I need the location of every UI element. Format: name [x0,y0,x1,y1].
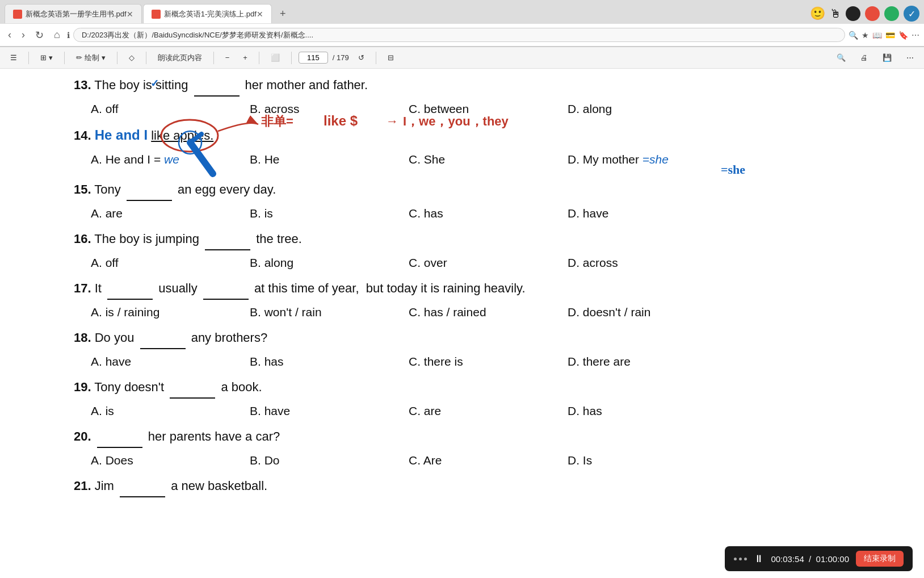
q21-text: 21. Jim a new basketball. [74,475,856,497]
q14-optC: C. She [409,149,568,170]
q19-num: 19. [74,380,91,394]
address-input[interactable] [73,28,845,42]
pdf-icon-1 [13,10,22,19]
q21-num: 21. [74,479,91,493]
sep6 [259,52,259,64]
reader-icon[interactable]: 📖 [872,31,882,40]
q13-blank [194,74,240,97]
tab-2[interactable]: 新概念英语1-完美演练上.pdf ✕ [143,4,272,23]
sep5 [213,52,214,64]
rec-dot-1 [734,558,737,560]
q13-options: A. off B. across C. between D. along [74,99,856,119]
q13-num: 13. [74,78,91,92]
rec-dots [734,558,747,560]
q20-text: 20. her parents have a car? [74,426,856,448]
color-green-btn[interactable] [884,6,899,21]
q15-optC: C. has [409,203,568,224]
page-input[interactable] [299,52,328,64]
back-button[interactable]: ‹ [5,28,15,42]
new-tab-button[interactable]: + [273,5,293,23]
tab-1-close[interactable]: ✕ [127,10,133,19]
q18-blank [140,327,186,349]
q16-optB: B. along [250,253,409,273]
q18-options: A. have B. has C. there is D. there are [74,351,856,372]
fullscreen-btn[interactable]: ⬜ [266,52,284,64]
pause-button[interactable]: ⏸ [754,553,764,565]
save-btn[interactable]: 💾 [878,52,896,64]
q14-num: 14. [74,128,91,143]
wallet-icon[interactable]: 💳 [885,31,895,40]
tab-2-label: 新概念英语1-完美演练上.pdf [164,9,257,19]
q20-num: 20. [74,429,91,443]
question-15: 15. Tony an egg every day. A. are B. is … [74,179,856,224]
q15-num: 15. [74,182,91,196]
q14-blue-text: He and I [95,127,148,143]
emoji-icon[interactable]: 🙂 [810,6,825,21]
q19-optA: A. is [91,401,250,421]
question-16: 16. The boy is jumping the tree. A. off … [74,228,856,273]
q15-text: 15. Tony an egg every day. [74,179,856,201]
adjust-button[interactable]: ⊞ ▾ [36,52,57,64]
zoom-icon[interactable]: 🔍 [849,31,858,40]
browser-right-icons: 🙂 🖱 ✓ [810,6,919,22]
question-17: 17. It usually at this time of year, but… [74,278,856,322]
tab-1-label: 新概念英语第一册学生用书.pdf [26,9,127,19]
search-btn[interactable]: 🔍 [832,52,850,64]
settings-icon[interactable]: ⋯ [912,31,919,40]
tab-2-close[interactable]: ✕ [257,10,263,19]
q18-num: 18. [74,330,91,345]
star-icon[interactable]: ★ [862,31,869,40]
more-btn[interactable]: ⋯ [902,52,918,64]
q17-optB: B. won't / rain [250,302,409,322]
recording-bar: ⏸ 00:03:54 / 01:00:00 结束录制 [725,546,913,571]
sep1 [28,52,29,64]
q19-optB: B. have [250,401,409,421]
rec-dot-3 [744,558,747,560]
color-red-btn[interactable] [865,6,880,21]
question-18: 18. Do you any brothers? A. have B. has … [74,327,856,372]
refresh-button[interactable]: ↻ [32,28,47,43]
question-13: 13. The boy is sitting her mother and fa… [74,74,856,119]
q20-optB: B. Do [250,450,409,471]
end-recording-button[interactable]: 结束录制 [856,551,904,567]
q15-optB: B. is [250,203,409,224]
q16-text: 16. The boy is jumping the tree. [74,228,856,250]
q21-blank [120,475,165,497]
layout-btn[interactable]: ⊟ [383,52,398,64]
q14-optB: B. He [250,149,409,170]
q14-underline: like apples. [151,128,213,143]
q18-text: 18. Do you any brothers? [74,327,856,349]
read-button[interactable]: 朗读此页内容 [153,51,207,65]
print-btn[interactable]: 🖨 [856,52,872,64]
zoom-out-btn[interactable]: − [221,52,234,64]
rec-dot-2 [739,558,742,560]
question-19: 19. Tony doesn't a book. A. is B. have C… [74,376,856,421]
sep8 [376,52,376,64]
q13-optC: C. between [409,99,568,119]
pdf-toolbar: ☰ ⊞ ▾ ✏ 绘制 ▾ ◇ 朗读此页内容 − + ⬜ / 179 ↺ ⊟ 🔍 … [0,47,924,69]
eraser-button[interactable]: ◇ [124,52,139,64]
q17-text: 17. It usually at this time of year, but… [74,278,856,300]
home-button[interactable]: ⌂ [51,28,64,42]
menu-button[interactable]: ☰ [6,52,22,64]
tab-1[interactable]: 新概念英语第一册学生用书.pdf ✕ [5,4,142,23]
q15-options: A. are B. is C. has D. have [74,203,856,224]
q15-optD: D. have [568,203,726,224]
recording-time: 00:03:54 / 01:00:00 [771,554,849,564]
address-bar: ‹ › ↻ ⌂ ℹ 🔍 ★ 📖 💳 🔖 ⋯ [0,24,924,47]
q16-optA: A. off [91,253,250,273]
q13-optA: A. off [91,99,250,119]
q19-blank [170,376,215,399]
q13-text: 13. The boy is sitting her mother and fa… [74,74,856,97]
color-black-btn[interactable] [846,6,860,21]
zoom-in-btn[interactable]: + [238,52,252,64]
q17-blank1 [107,278,153,300]
confirm-btn[interactable]: ✓ [904,6,919,22]
bookmark-icon[interactable]: 🔖 [898,31,908,40]
q18-optD: D. there are [568,351,726,372]
q17-optA: A. is / raining [91,302,250,322]
forward-button[interactable]: › [18,28,28,42]
draw-button[interactable]: ✏ 绘制 ▾ [72,51,110,65]
q13-optD: D. along [568,99,726,119]
prev-page-btn[interactable]: ↺ [354,52,369,64]
